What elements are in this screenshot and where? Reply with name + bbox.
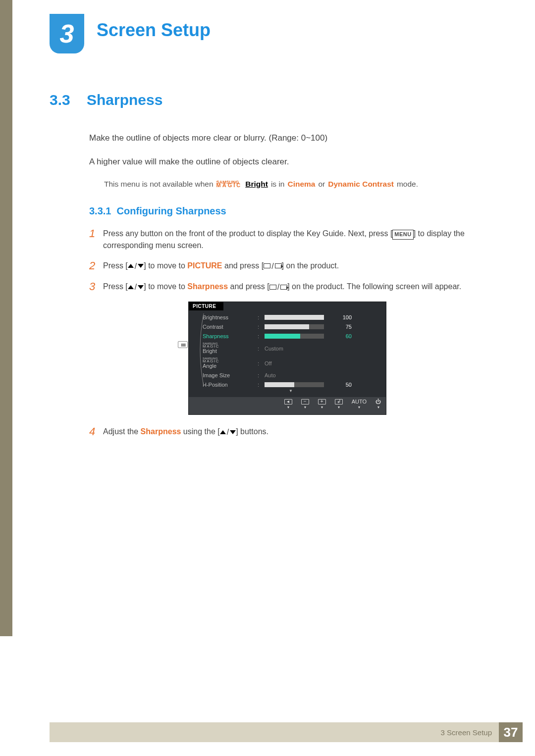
osd-label: Contrast [203, 324, 255, 330]
step-4-text-a: Adjust the [103, 427, 141, 436]
step-3: 3 Press [ / ] to move to Sharpness and p… [89, 281, 485, 293]
osd-label: H-Position [203, 382, 255, 388]
osd-value: Auto [265, 372, 276, 378]
osd-label: Image Size [203, 372, 255, 378]
step-3-text-d: ] on the product. The following screen w… [287, 282, 461, 291]
intro-paragraph-2: A higher value will make the outline of … [89, 156, 485, 168]
up-down-icon: / [128, 281, 144, 293]
osd-row-brightness: Brightness : 100 [203, 312, 379, 322]
step-3-text-b: ] to move to [144, 282, 187, 291]
step-2-body: Press [ / ] to move to PICTURE and press… [103, 260, 485, 272]
osd-bracket-icon [196, 313, 205, 386]
section-number: 3.3 [50, 92, 87, 108]
magic-logo-small: SAMSUNGMAGIC [203, 343, 255, 348]
osd-footer: ◂▾ −▾ +▾ ↲▾ AUTO▾ ⏻▾ [189, 397, 386, 414]
osd-footer-minus-icon: −▾ [301, 399, 309, 409]
osd-label: SAMSUNGMAGIC Angle [203, 357, 255, 369]
osd-body: ▮▮▮ Brightness : 100 Contrast : 75 [189, 310, 386, 397]
osd-slider [265, 315, 324, 320]
enter-icon: / [264, 260, 281, 272]
subsection-heading: 3.3.1 Configuring Sharpness [89, 205, 485, 217]
content-area: 3.3Sharpness Make the outline of objects… [50, 92, 485, 447]
osd-slider [265, 324, 324, 329]
step-1-number: 1 [89, 228, 96, 251]
note-text-mid: is in [271, 180, 285, 189]
osd-row-contrast: Contrast : 75 [203, 322, 379, 331]
step-2-text-d: ] on the product. [282, 261, 339, 270]
note-row: This menu is not available when SAMSUNG … [104, 180, 485, 189]
section-heading: 3.3Sharpness [50, 92, 485, 108]
osd-more-indicator-icon: ▼ [203, 389, 379, 393]
steps-list: 1 Press any button on the front of the p… [89, 228, 485, 438]
footer-text: 3 Screen Setup [441, 728, 492, 737]
osd-row-imagesize: Image Size : Auto [203, 371, 379, 380]
osd-label-selected: Sharpness [203, 333, 255, 339]
osd-value: Off [265, 360, 271, 366]
osd-row-magicangle: SAMSUNGMAGIC Angle : Off [203, 356, 379, 371]
dynamic-contrast-mode: Dynamic Contrast [328, 180, 394, 189]
osd-row-magicbright: SAMSUNGMAGIC Bright : Custom [203, 341, 379, 355]
step-2-text-b: ] to move to [144, 261, 187, 270]
magic-logo-bottom: MAGIC [216, 184, 242, 188]
note-text-or: or [318, 180, 325, 189]
footer-bar: 3 Screen Setup [50, 722, 499, 742]
osd-footer-power-icon: ⏻▾ [375, 399, 381, 409]
osd-title: PICTURE [189, 302, 223, 310]
sharpness-label: Sharpness [141, 427, 181, 436]
cinema-mode: Cinema [287, 180, 315, 189]
step-4-text-b: using the [ [181, 427, 219, 436]
osd-slider [265, 334, 324, 339]
subsection-number: 3.3.1 [89, 205, 111, 216]
osd-row-sharpness: Sharpness : 60 [203, 331, 379, 341]
samsung-magic-logo: SAMSUNG MAGIC [216, 181, 242, 188]
picture-label: PICTURE [187, 261, 222, 270]
page-footer: 3 Screen Setup 37 [50, 722, 523, 742]
step-1: 1 Press any button on the front of the p… [89, 228, 485, 251]
osd-value: 50 [327, 382, 352, 388]
step-3-text-c: and press [ [228, 282, 269, 291]
chapter-title: Screen Setup [97, 20, 211, 41]
magic-logo-small: SAMSUNGMAGIC [203, 357, 255, 363]
side-accent-bar [0, 0, 12, 636]
step-4-body: Adjust the Sharpness using the [ / ] but… [103, 426, 485, 438]
sharpness-label: Sharpness [187, 282, 228, 291]
page-number: 37 [499, 722, 523, 742]
section-title: Sharpness [87, 92, 162, 108]
osd-label: SAMSUNGMAGIC Bright [203, 343, 255, 354]
osd-value: Custom [265, 346, 283, 352]
osd-footer-enter-icon: ↲▾ [335, 399, 343, 409]
subsection-title: Configuring Sharpness [117, 205, 226, 216]
osd-footer-back-icon: ◂▾ [284, 399, 292, 409]
up-down-icon: / [128, 260, 144, 272]
osd-nav-icon: ▮▮▮ [178, 341, 188, 348]
step-3-text-a: Press [ [103, 282, 128, 291]
osd-value-selected: 60 [327, 333, 352, 339]
step-4: 4 Adjust the Sharpness using the [ / ] b… [89, 426, 485, 438]
step-2-number: 2 [89, 260, 96, 272]
bright-word: Bright [245, 180, 268, 189]
osd-screenshot: PICTURE ▮▮▮ Brightness : 100 Contrast : … [188, 302, 386, 414]
step-3-number: 3 [89, 281, 96, 293]
step-2-text-a: Press [ [103, 261, 128, 270]
osd-footer-auto: AUTO▾ [352, 399, 367, 409]
step-3-body: Press [ / ] to move to Sharpness and pre… [103, 281, 485, 293]
osd-footer-plus-icon: +▾ [318, 399, 326, 409]
step-2: 2 Press [ / ] to move to PICTURE and pre… [89, 260, 485, 272]
osd-value: 100 [327, 314, 352, 320]
osd-label: Brightness [203, 314, 255, 320]
step-1-text-a: Press any button on the front of the pro… [103, 229, 392, 238]
osd-value: 75 [327, 324, 352, 330]
osd-slider [265, 382, 324, 387]
step-4-text-c: ] buttons. [236, 427, 268, 436]
enter-icon: / [269, 281, 287, 293]
step-4-number: 4 [89, 426, 96, 438]
step-2-text-c: and press [ [222, 261, 264, 270]
intro-paragraph-1: Make the outline of objects more clear o… [89, 132, 485, 144]
chapter-number-badge: 3 [50, 14, 84, 53]
step-1-body: Press any button on the front of the pro… [103, 228, 485, 251]
note-text-pre: This menu is not available when [104, 180, 214, 189]
up-down-icon: / [220, 426, 236, 438]
note-text-post: mode. [397, 180, 418, 189]
menu-button-icon: MENU [392, 230, 413, 240]
